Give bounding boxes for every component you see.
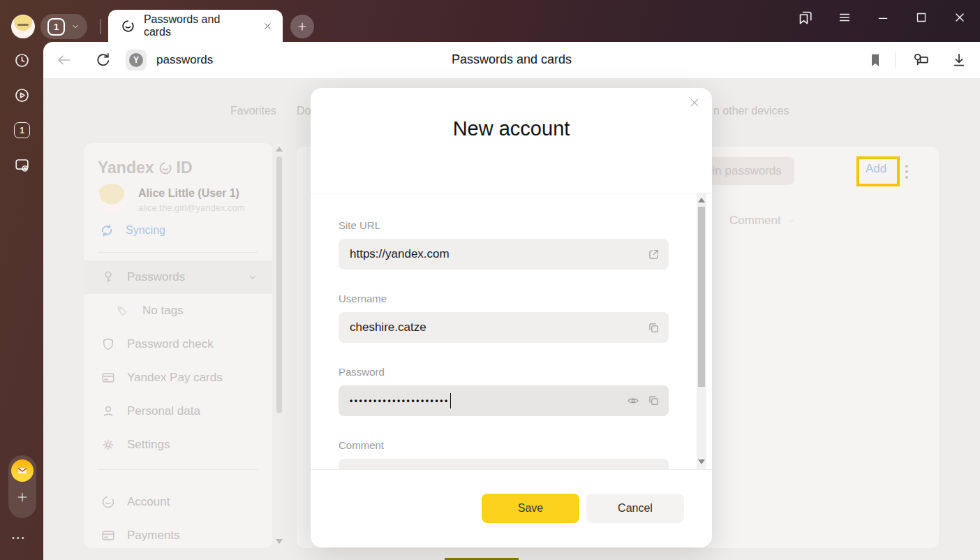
dialog-scrollbar[interactable] <box>697 193 706 469</box>
person-icon <box>101 404 116 419</box>
player-button[interactable] <box>13 87 31 104</box>
menu-icon <box>837 10 852 25</box>
sidebar-item-settings[interactable]: Settings <box>84 428 272 462</box>
dialog-form: Site URL https://yandex.com Username che… <box>311 193 712 469</box>
bookmark-button[interactable] <box>867 52 884 68</box>
sidebar-scroll-up[interactable] <box>276 147 283 152</box>
logo-text-yandex: Yandex <box>98 159 154 177</box>
nav-favorites[interactable]: Favorites <box>230 105 276 117</box>
sidebar-scroll-down[interactable] <box>276 539 283 544</box>
new-tab-button[interactable] <box>290 15 314 38</box>
sidebar-scrollbar-thumb[interactable] <box>276 156 282 413</box>
sidebar-item-payments[interactable]: Payments <box>84 519 272 548</box>
tag-icon <box>116 304 128 317</box>
tab-group-count-badge: 1 <box>47 18 65 36</box>
yandex-id-logo: Yandex ID <box>98 159 193 177</box>
close-window-button[interactable] <box>951 8 969 27</box>
sidebar-item-personal-data[interactable]: Personal data <box>84 395 272 428</box>
chevron-down-icon <box>247 272 258 283</box>
rail-more-button[interactable]: ••• <box>12 533 27 542</box>
sidebar-item-yandex-pay-cards[interactable]: Yandex Pay cards <box>84 361 272 395</box>
download-icon <box>950 51 968 69</box>
plus-icon <box>15 490 29 504</box>
tab-group-control[interactable]: 1 <box>40 14 87 39</box>
cancel-button[interactable]: Cancel <box>586 494 684 523</box>
dialog-close-button[interactable] <box>688 96 701 109</box>
history-button[interactable] <box>13 52 31 69</box>
username-field[interactable]: cheshire.catze <box>339 312 669 343</box>
tab-passwords-and-cards[interactable]: Passwords and cards <box>108 10 283 42</box>
sync-icon <box>99 223 114 238</box>
sidebar-item-label: Yandex Pay cards <box>127 371 223 385</box>
browser-menu-button[interactable] <box>836 8 854 27</box>
password-field[interactable]: ••••••••••••••••••••• <box>339 385 669 416</box>
passwords-manager-button[interactable] <box>912 51 930 69</box>
browser-window: 1 Passwords and cards 1 <box>0 0 980 560</box>
bookmark-filled-icon <box>867 52 884 68</box>
sidebar-item-label: Payments <box>127 529 180 543</box>
sidebar-item-passwords[interactable]: Passwords <box>84 260 272 294</box>
maximize-button[interactable] <box>912 8 930 27</box>
scroll-up-arrow[interactable] <box>698 198 705 202</box>
copy-icon[interactable] <box>647 394 660 407</box>
browser-toolbar: Y passwords Passwords and cards <box>43 42 980 78</box>
site-url-value: https://yandex.com <box>350 247 450 261</box>
screenshot-button[interactable] <box>13 156 31 174</box>
side-panels-button[interactable] <box>796 8 815 27</box>
screenshot-camera-icon <box>13 156 31 174</box>
page-title: Passwords and cards <box>43 52 980 67</box>
key-icon <box>101 270 116 285</box>
external-link-icon[interactable] <box>647 248 660 261</box>
more-menu-button[interactable] <box>905 165 908 179</box>
dialog-scrollbar-thumb[interactable] <box>698 207 705 387</box>
sidebar-dock <box>8 455 36 518</box>
sidebar-item-label: Settings <box>127 438 170 452</box>
nav-other-devices-partial[interactable]: n other devices <box>713 105 789 117</box>
user-name: Alice Little (User 1) <box>138 187 239 200</box>
comment-field[interactable] <box>339 459 669 469</box>
dialog-footer-divider <box>311 469 712 470</box>
yandex-mail-app[interactable] <box>11 459 34 482</box>
nav-downloads-partial[interactable]: Do <box>297 105 311 117</box>
credit-card-icon <box>101 370 116 385</box>
save-button[interactable]: Save <box>482 494 579 523</box>
minimize-button[interactable] <box>874 8 892 27</box>
dialog-title: New account <box>311 117 712 140</box>
yandex-id-smile-icon <box>101 494 116 510</box>
username-value: cheshire.catze <box>350 320 426 334</box>
sidebar-item-no-tags[interactable]: No tags <box>84 294 272 327</box>
copy-icon[interactable] <box>647 321 660 334</box>
downloads-button[interactable] <box>950 51 968 69</box>
tab-close-icon[interactable] <box>262 21 273 31</box>
chevron-down-icon <box>787 216 796 226</box>
mail-icon <box>15 464 29 478</box>
add-button-highlight <box>856 156 900 186</box>
column-header-comment[interactable]: Comment <box>729 214 796 228</box>
toolbar-divider <box>895 52 896 68</box>
column-header-label: Comment <box>729 214 781 228</box>
avatar <box>11 15 35 38</box>
eye-icon[interactable] <box>626 394 640 408</box>
dots-vertical-icon <box>905 165 908 168</box>
scroll-down-arrow[interactable] <box>698 459 705 464</box>
text-caret <box>450 393 452 408</box>
site-url-field[interactable]: https://yandex.com <box>339 239 669 270</box>
sidebar-item-label: Password check <box>127 337 214 351</box>
password-label: Password <box>339 366 385 378</box>
minimize-icon <box>875 10 891 25</box>
profile-avatar[interactable] <box>11 15 35 38</box>
credit-card-icon <box>101 528 116 543</box>
more-dots-icon: ••• <box>12 533 27 542</box>
sidebar-item-account[interactable]: Account <box>84 485 272 519</box>
passwords-sidebar: Yandex ID Alice Little (User 1) alice.th… <box>84 143 272 548</box>
sync-status[interactable]: Syncing <box>126 224 165 237</box>
user-avatar <box>96 184 127 214</box>
gear-icon <box>101 437 116 452</box>
shield-icon <box>101 337 116 352</box>
tabs-panel-button[interactable]: 1 <box>14 122 30 138</box>
username-label: Username <box>339 293 387 304</box>
yandex-id-icon <box>121 19 135 34</box>
sidebar-item-password-check[interactable]: Password check <box>84 327 272 361</box>
add-panel-app-button[interactable] <box>14 489 31 506</box>
maximize-icon <box>914 10 929 25</box>
